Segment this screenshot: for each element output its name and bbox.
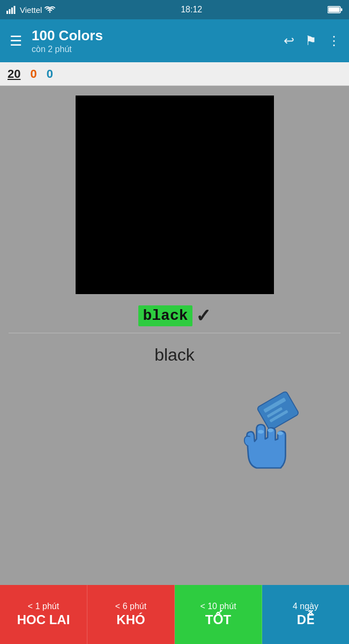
bottom-buttons: < 1 phút HOC LAI < 6 phút KHÓ < 10 phút … — [0, 585, 349, 644]
again-label: HOC LAI — [17, 612, 70, 627]
status-time: 18:12 — [181, 5, 202, 14]
signal-icon — [6, 5, 17, 14]
svg-point-16 — [268, 428, 273, 432]
again-time: < 1 phút — [28, 602, 59, 611]
score-current: 20 — [8, 67, 20, 81]
good-button[interactable]: < 10 phút TỐT — [175, 585, 262, 644]
checkmark-icon: ✓ — [196, 305, 211, 326]
swipe-icon — [220, 381, 317, 478]
svg-rect-1 — [9, 9, 11, 14]
toolbar: ☰ 100 Colors còn 2 phút ↩ ⚑ ⋮ — [0, 19, 349, 62]
carrier-label: Viettel — [20, 5, 42, 14]
svg-rect-3 — [14, 6, 16, 14]
easy-button[interactable]: 4 ngày DỄ — [262, 585, 349, 644]
swipe-area — [0, 365, 349, 478]
hard-label: KHÓ — [116, 612, 145, 627]
svg-rect-2 — [11, 8, 13, 14]
carrier-info: Viettel — [6, 5, 55, 14]
color-swatch[interactable] — [76, 96, 274, 294]
svg-rect-0 — [6, 11, 8, 14]
time-remaining: còn 2 phút — [32, 45, 275, 54]
svg-point-15 — [258, 430, 264, 434]
again-button[interactable]: < 1 phút HOC LAI — [0, 585, 87, 644]
svg-rect-7 — [341, 9, 343, 11]
more-button[interactable]: ⋮ — [324, 30, 344, 52]
answer-area: black ✓ — [0, 294, 349, 331]
toolbar-actions: ↩ ⚑ ⋮ — [280, 30, 344, 52]
good-time: < 10 phút — [200, 602, 236, 611]
answer-text-highlight: black — [138, 305, 192, 326]
app-title: 100 Colors — [32, 27, 275, 44]
hard-time: < 6 phút — [115, 602, 146, 611]
good-label: TỐT — [205, 612, 231, 627]
main-content: black ✓ black — [0, 86, 349, 478]
word-display: black — [0, 333, 349, 365]
hard-button[interactable]: < 6 phút KHÓ — [87, 585, 175, 644]
battery-icon — [328, 5, 343, 14]
flag-button[interactable]: ⚑ — [302, 30, 320, 52]
score-bar: 20 0 0 — [0, 62, 349, 86]
status-bar: Viettel 18:12 — [0, 0, 349, 19]
battery-info — [328, 5, 343, 14]
menu-button[interactable]: ☰ — [5, 30, 26, 52]
easy-time: 4 ngày — [293, 602, 318, 611]
toolbar-title-block: 100 Colors còn 2 phút — [32, 27, 275, 54]
score-wrong: 0 — [30, 67, 36, 81]
undo-button[interactable]: ↩ — [280, 30, 298, 52]
svg-point-4 — [49, 11, 51, 13]
svg-point-17 — [277, 431, 283, 435]
wifi-icon — [44, 5, 55, 14]
score-correct: 0 — [47, 67, 53, 81]
easy-label: DỄ — [297, 612, 314, 627]
svg-rect-6 — [329, 8, 340, 12]
